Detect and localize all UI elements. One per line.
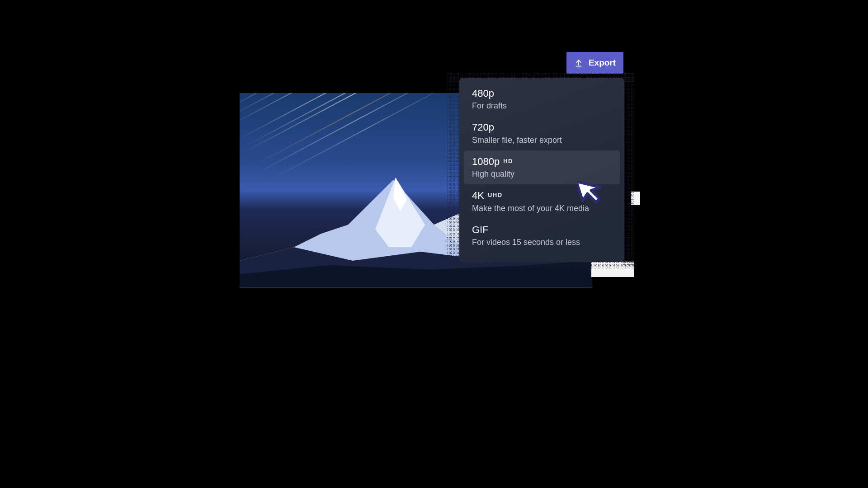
panel-edge xyxy=(591,262,634,277)
option-badge-uhd: UHD xyxy=(488,192,503,198)
resolution-option-720p[interactable]: 720p Smaller file, faster export xyxy=(464,116,620,150)
option-desc: Smaller file, faster export xyxy=(472,136,612,145)
option-desc: Make the most of your 4K media xyxy=(472,204,612,213)
panel-edge-side xyxy=(631,192,640,205)
option-desc: For drafts xyxy=(472,101,612,111)
export-button-label: Export xyxy=(589,58,616,68)
upload-icon xyxy=(574,58,583,67)
option-badge-hd: HD xyxy=(503,158,513,164)
resolution-option-gif[interactable]: GIF For videos 15 seconds or less xyxy=(464,219,620,253)
option-title: 720p xyxy=(472,122,494,133)
resolution-option-4k[interactable]: 4K UHD Make the most of your 4K media xyxy=(464,184,620,218)
option-title: 4K xyxy=(472,190,484,202)
export-resolution-dropdown[interactable]: 480p For drafts 720p Smaller file, faste… xyxy=(459,78,624,262)
resolution-option-480p[interactable]: 480p For drafts xyxy=(464,82,620,116)
resolution-option-1080p[interactable]: 1080p HD High quality xyxy=(464,150,620,184)
option-desc: High quality xyxy=(472,169,612,179)
option-title: 480p xyxy=(472,88,494,99)
option-title: GIF xyxy=(472,224,489,236)
option-title: 1080p xyxy=(472,156,500,168)
export-resolution-dropdown-container: 480p For drafts 720p Smaller file, faste… xyxy=(447,73,634,277)
option-desc: For videos 15 seconds or less xyxy=(472,238,612,247)
export-button[interactable]: Export xyxy=(566,52,623,74)
